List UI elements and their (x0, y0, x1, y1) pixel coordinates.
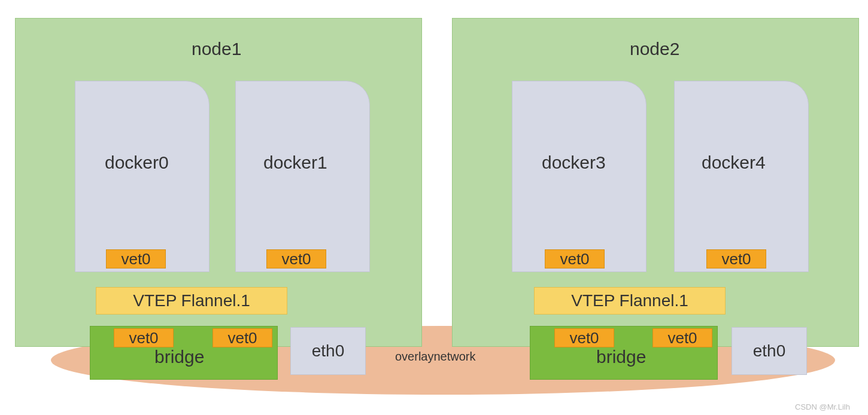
node1-vtep: VTEP Flannel.1 (96, 287, 287, 315)
node2-bridge-label: bridge (596, 347, 646, 367)
node2-docker4-vet: vet0 (706, 249, 766, 268)
node1-bridge-label: bridge (154, 347, 204, 367)
node1-docker0-label: docker0 (105, 152, 169, 173)
node1-title: node1 (192, 39, 241, 59)
node2-title: node2 (630, 39, 679, 59)
node1-bridge-vet1: vet0 (213, 328, 272, 347)
node1-eth0: eth0 (290, 327, 366, 375)
overlay-network-label: overlaynetwork (395, 350, 476, 364)
watermark-text: CSDN @Mr.Lilh (795, 402, 850, 411)
node2-vtep: VTEP Flannel.1 (534, 287, 726, 315)
node2-docker3-label: docker3 (542, 152, 606, 173)
diagram-canvas: node1 docker0 vet0 docker1 vet0 VTEP Fla… (0, 0, 868, 415)
node2-docker3-box (512, 81, 647, 272)
node2-bridge-vet1: vet0 (652, 328, 712, 347)
node1-docker0-box (75, 81, 210, 272)
node2-bridge-vet0: vet0 (554, 328, 614, 347)
node1-docker1-label: docker1 (263, 152, 327, 173)
node1-docker1-box (235, 81, 370, 272)
node2-docker4-label: docker4 (702, 152, 766, 173)
node2-docker3-vet: vet0 (545, 249, 605, 268)
node1-docker0-vet: vet0 (106, 249, 166, 268)
node1-bridge-vet0: vet0 (114, 328, 174, 347)
node2-docker4-box (674, 81, 809, 272)
node2-eth0: eth0 (732, 327, 807, 375)
node1-docker1-vet: vet0 (266, 249, 326, 268)
